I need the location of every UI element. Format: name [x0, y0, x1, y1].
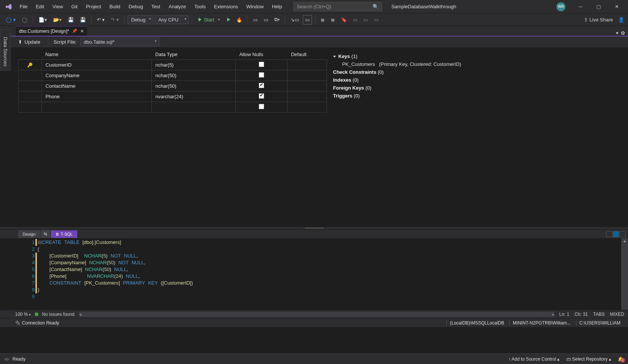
cell-default[interactable] — [287, 60, 327, 70]
sql-code[interactable]: ⊟CREATE TABLE [dbo].[Customers] ( [Custo… — [38, 238, 193, 310]
search-input[interactable]: Search (Ctrl+Q) 🔍 — [293, 2, 382, 11]
menu-edit[interactable]: Edit — [32, 2, 48, 12]
table-row[interactable]: 🔑CustomerIDnchar(5) — [18, 60, 327, 70]
tab-design[interactable]: Design — [18, 230, 40, 238]
back-button[interactable]: ◯ ▾ — [4, 15, 18, 24]
checkbox[interactable] — [259, 104, 264, 109]
cell-type[interactable]: nvarchar(24) — [151, 91, 235, 102]
char-indicator[interactable]: Ch: 31 — [575, 312, 588, 317]
cell-name[interactable]: CustomerID — [41, 60, 151, 70]
open-button[interactable]: 📂▾ — [51, 15, 64, 24]
pin-icon[interactable]: 📌 — [72, 29, 77, 34]
cell-default[interactable] — [287, 91, 327, 102]
new-project-button[interactable]: 📄▾ — [36, 15, 49, 24]
tb-icon-9[interactable]: ▭ — [351, 15, 360, 24]
menu-tools[interactable]: Tools — [191, 2, 209, 12]
tab-swap-icon[interactable]: ⇆ — [41, 230, 50, 238]
undo-button[interactable]: ↶ ▾ — [95, 15, 107, 24]
menu-file[interactable]: File — [16, 2, 31, 12]
select-repository[interactable]: 🗃 Select Repository ▴ — [566, 356, 611, 362]
menu-git[interactable]: Git — [67, 2, 81, 12]
close-button[interactable]: ✕ — [608, 1, 625, 12]
maximize-button[interactable]: ▢ — [590, 1, 607, 12]
cell-nulls[interactable] — [235, 81, 287, 91]
header-default[interactable]: Default — [287, 49, 327, 60]
layout-btn-1[interactable] — [606, 231, 612, 237]
foreign-keys-section[interactable]: Foreign Keys (0) — [333, 84, 622, 92]
header-type[interactable]: Data Type — [151, 49, 235, 60]
cell-name[interactable]: ContactName — [41, 81, 151, 91]
feedback-button[interactable]: 👤 — [618, 17, 624, 23]
document-tab-customers[interactable]: dbo.Customers [Design]* 📌 ✕ — [16, 26, 87, 36]
minimize-button[interactable]: ─ — [572, 1, 589, 12]
menu-help[interactable]: Help — [268, 2, 286, 12]
menu-window[interactable]: Window — [243, 2, 267, 12]
table-row[interactable]: Phonenvarchar(24) — [18, 91, 327, 102]
menu-test[interactable]: Test — [148, 2, 164, 12]
indexes-section[interactable]: Indexes (0) — [333, 76, 622, 84]
header-name[interactable]: Name — [41, 49, 151, 60]
mixed-indicator[interactable]: MIXED — [610, 312, 624, 317]
tb-icon-10[interactable]: ▭ — [361, 15, 370, 24]
save-button[interactable]: 💾 — [66, 15, 76, 24]
add-to-source-control[interactable]: ↑ Add to Source Control ▴ — [508, 356, 559, 362]
vertical-scrollbar[interactable] — [621, 238, 628, 310]
save-all-button[interactable]: 💾 — [78, 15, 88, 24]
close-tab-icon[interactable]: ✕ — [80, 29, 84, 34]
checkbox[interactable] — [259, 72, 264, 78]
tab-tsql[interactable]: 🗎 T-SQL — [51, 230, 77, 238]
cell-default[interactable] — [287, 70, 327, 81]
split-editor-button[interactable]: + — [621, 238, 628, 245]
menu-view[interactable]: View — [49, 2, 67, 12]
menu-extensions[interactable]: Extensions — [210, 2, 242, 12]
line-indicator[interactable]: Ln: 1 — [559, 312, 569, 317]
tab-settings-icon[interactable]: ✿ — [621, 30, 625, 36]
keys-section[interactable]: Keys (1) — [333, 52, 622, 60]
data-sources-tab[interactable]: Data Sources — [0, 29, 11, 71]
menu-project[interactable]: Project — [82, 2, 105, 12]
menu-build[interactable]: Build — [105, 2, 124, 12]
cell-type[interactable]: nchar(50) — [151, 70, 235, 81]
horizontal-splitter[interactable] — [0, 227, 628, 229]
tb-icon-11[interactable]: ▭ — [372, 15, 381, 24]
triggers-section[interactable]: Triggers (0) — [333, 92, 622, 100]
tb-icon-4[interactable]: ↘▭ — [288, 15, 301, 24]
cell-type[interactable]: nchar(50) — [151, 81, 235, 91]
tb-icon-1[interactable]: ▭ — [251, 15, 260, 24]
redo-button[interactable]: ↷ ▾ — [108, 15, 121, 24]
cell-name[interactable]: CompanyName — [41, 70, 151, 81]
pk-item[interactable]: PK_Customers (Primary Key, Clustered: Cu… — [333, 60, 622, 68]
checkbox[interactable] — [259, 83, 264, 88]
script-file-dropdown[interactable]: dbo.Table.sql* — [80, 38, 159, 46]
tb-icon-2[interactable]: ▭ — [261, 15, 270, 24]
horizontal-scrollbar[interactable]: ◂ ▸ — [79, 312, 555, 317]
sql-editor[interactable]: 123456789 ⊟CREATE TABLE [dbo].[Customers… — [0, 238, 628, 310]
menu-debug[interactable]: Debug — [125, 2, 147, 12]
cell-name[interactable]: Phone — [41, 91, 151, 102]
platform-dropdown[interactable]: Any CPU — [155, 15, 189, 24]
notifications-button[interactable]: 🔔1 — [618, 356, 623, 362]
user-avatar[interactable]: WR — [556, 2, 565, 11]
table-row-new[interactable] — [18, 102, 327, 113]
tb-icon-3[interactable]: ⧉▾ — [272, 15, 282, 24]
tb-icon-8[interactable]: 🔖 — [339, 15, 349, 24]
live-share-button[interactable]: ⇪ Live Share — [584, 17, 613, 23]
forward-button[interactable]: ◯ — [20, 15, 30, 24]
table-row[interactable]: CompanyNamenchar(50) — [18, 70, 327, 81]
start-without-debug-button[interactable] — [225, 16, 232, 23]
tb-icon-5[interactable]: ▭ — [303, 15, 312, 24]
hot-reload-button[interactable]: 🔥 — [234, 15, 244, 24]
layout-btn-3[interactable] — [620, 231, 626, 237]
output-icon[interactable]: ▭ — [5, 356, 9, 362]
update-button[interactable]: ⬆ Update — [16, 38, 43, 46]
cell-type[interactable]: nchar(5) — [151, 60, 235, 70]
cell-nulls[interactable] — [235, 70, 287, 81]
layout-btn-2[interactable] — [613, 231, 619, 237]
tb-icon-6[interactable]: ≣ — [318, 15, 327, 24]
check-constraints-section[interactable]: Check Constraints (0) — [333, 68, 622, 76]
cell-nulls[interactable] — [235, 91, 287, 102]
checkbox[interactable] — [259, 93, 264, 99]
start-button[interactable]: Start ▾ — [195, 15, 223, 24]
cell-default[interactable] — [287, 81, 327, 91]
header-nulls[interactable]: Allow Nulls — [235, 49, 287, 60]
